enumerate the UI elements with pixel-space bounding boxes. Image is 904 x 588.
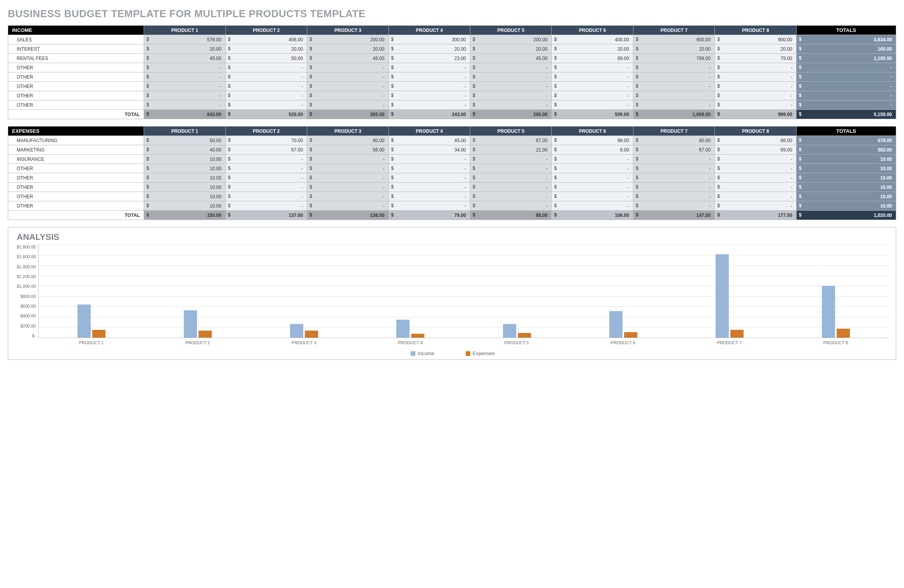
expenses-cell[interactable]: $67.00: [470, 136, 552, 145]
expenses-cell[interactable]: $-: [225, 164, 307, 173]
expenses-cell[interactable]: $-: [389, 192, 470, 201]
income-cell[interactable]: $79.00: [715, 54, 796, 63]
income-cell[interactable]: $-: [307, 63, 389, 72]
income-cell[interactable]: $-: [552, 100, 633, 110]
expenses-cell[interactable]: $-: [633, 201, 714, 211]
expenses-cell[interactable]: $-: [633, 192, 714, 201]
expenses-cell[interactable]: $-: [389, 201, 470, 211]
income-cell[interactable]: $20.00: [389, 44, 470, 54]
expenses-cell[interactable]: $-: [225, 192, 307, 201]
income-cell[interactable]: $400.00: [552, 35, 633, 44]
income-cell[interactable]: $-: [144, 82, 225, 91]
income-cell[interactable]: $89.00: [552, 54, 633, 63]
expenses-cell[interactable]: $10.00: [144, 201, 225, 211]
income-cell[interactable]: $-: [144, 72, 225, 82]
income-cell[interactable]: $-: [225, 100, 307, 110]
income-cell[interactable]: $800.00: [633, 35, 714, 44]
expenses-cell[interactable]: $80.00: [633, 136, 714, 145]
expenses-cell[interactable]: $-: [307, 173, 389, 183]
income-cell[interactable]: $-: [715, 82, 796, 91]
expenses-cell[interactable]: $10.00: [144, 183, 225, 192]
income-cell[interactable]: $-: [633, 100, 714, 110]
income-cell[interactable]: $-: [633, 63, 714, 72]
expenses-cell[interactable]: $10.00: [144, 173, 225, 183]
expenses-cell[interactable]: $-: [225, 155, 307, 164]
income-cell[interactable]: $-: [470, 63, 552, 72]
income-cell[interactable]: $-: [552, 72, 633, 82]
income-cell[interactable]: $-: [144, 63, 225, 72]
income-cell[interactable]: $45.00: [470, 54, 552, 63]
income-cell[interactable]: $20.00: [633, 44, 714, 54]
expenses-cell[interactable]: $56.00: [307, 145, 389, 155]
expenses-cell[interactable]: $34.00: [389, 145, 470, 155]
income-cell[interactable]: $-: [552, 82, 633, 91]
income-cell[interactable]: $-: [144, 91, 225, 100]
expenses-cell[interactable]: $-: [470, 201, 552, 211]
income-cell[interactable]: $-: [715, 72, 796, 82]
income-cell[interactable]: $789.00: [633, 54, 714, 63]
income-cell[interactable]: $20.00: [225, 44, 307, 54]
income-cell[interactable]: $-: [389, 91, 470, 100]
expenses-cell[interactable]: $10.00: [144, 155, 225, 164]
expenses-cell[interactable]: $-: [470, 164, 552, 173]
income-cell[interactable]: $-: [470, 72, 552, 82]
expenses-cell[interactable]: $-: [389, 183, 470, 192]
income-cell[interactable]: $45.00: [144, 54, 225, 63]
expenses-cell[interactable]: $-: [715, 183, 796, 192]
expenses-cell[interactable]: $-: [715, 192, 796, 201]
income-cell[interactable]: $45.00: [307, 54, 389, 63]
expenses-cell[interactable]: $45.00: [389, 136, 470, 145]
income-cell[interactable]: $-: [225, 91, 307, 100]
expenses-cell[interactable]: $-: [307, 155, 389, 164]
expenses-cell[interactable]: $80.00: [307, 136, 389, 145]
expenses-cell[interactable]: $-: [307, 183, 389, 192]
expenses-cell[interactable]: $-: [470, 173, 552, 183]
income-cell[interactable]: $300.00: [389, 35, 470, 44]
income-cell[interactable]: $20.00: [715, 44, 796, 54]
expenses-cell[interactable]: $10.00: [144, 164, 225, 173]
expenses-cell[interactable]: $-: [715, 164, 796, 173]
expenses-cell[interactable]: $-: [389, 155, 470, 164]
expenses-cell[interactable]: $50.00: [144, 136, 225, 145]
expenses-cell[interactable]: $67.00: [633, 145, 714, 155]
expenses-cell[interactable]: $8.00: [552, 145, 633, 155]
income-cell[interactable]: $-: [633, 82, 714, 91]
expenses-cell[interactable]: $-: [552, 183, 633, 192]
expenses-cell[interactable]: $21.00: [470, 145, 552, 155]
income-cell[interactable]: $20.00: [144, 44, 225, 54]
expenses-cell[interactable]: $-: [633, 164, 714, 173]
income-cell[interactable]: $456.00: [225, 35, 307, 44]
income-cell[interactable]: $-: [633, 91, 714, 100]
income-cell[interactable]: $-: [389, 63, 470, 72]
expenses-cell[interactable]: $-: [389, 164, 470, 173]
income-cell[interactable]: $-: [552, 91, 633, 100]
income-cell[interactable]: $-: [225, 63, 307, 72]
income-cell[interactable]: $23.00: [389, 54, 470, 63]
expenses-cell[interactable]: $67.00: [225, 145, 307, 155]
expenses-cell[interactable]: $70.00: [225, 136, 307, 145]
expenses-cell[interactable]: $89.00: [715, 145, 796, 155]
income-cell[interactable]: $-: [715, 63, 796, 72]
income-cell[interactable]: $-: [552, 63, 633, 72]
expenses-cell[interactable]: $-: [307, 164, 389, 173]
expenses-cell[interactable]: $-: [715, 155, 796, 164]
expenses-cell[interactable]: $-: [307, 192, 389, 201]
income-cell[interactable]: $20.00: [470, 44, 552, 54]
income-cell[interactable]: $200.00: [307, 35, 389, 44]
expenses-cell[interactable]: $-: [307, 201, 389, 211]
expenses-cell[interactable]: $-: [552, 164, 633, 173]
income-cell[interactable]: $-: [389, 100, 470, 110]
income-cell[interactable]: $50.00: [225, 54, 307, 63]
expenses-cell[interactable]: $-: [552, 201, 633, 211]
income-cell[interactable]: $-: [144, 100, 225, 110]
income-cell[interactable]: $-: [389, 72, 470, 82]
expenses-cell[interactable]: $40.00: [144, 145, 225, 155]
income-cell[interactable]: $20.00: [552, 44, 633, 54]
income-cell[interactable]: $578.00: [144, 35, 225, 44]
expenses-cell[interactable]: $-: [633, 173, 714, 183]
income-cell[interactable]: $20.00: [307, 44, 389, 54]
expenses-cell[interactable]: $88.00: [715, 136, 796, 145]
expenses-cell[interactable]: $-: [552, 173, 633, 183]
income-cell[interactable]: $-: [715, 91, 796, 100]
expenses-cell[interactable]: $-: [225, 173, 307, 183]
